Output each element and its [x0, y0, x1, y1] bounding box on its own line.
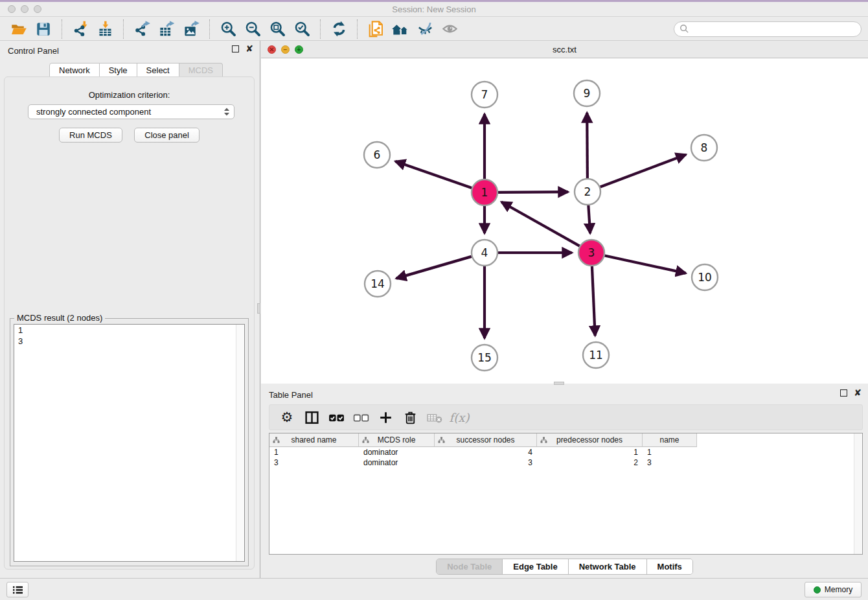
network-canvas[interactable]: 7968124314101511	[261, 58, 868, 384]
float-panel-icon[interactable]	[232, 45, 239, 52]
export-image-button[interactable]	[181, 19, 201, 39]
graph-node-9[interactable]: 9	[574, 80, 600, 106]
search-input[interactable]	[692, 24, 856, 34]
zoom-out-button[interactable]	[243, 19, 262, 39]
graph-edge-3-1[interactable]	[501, 202, 580, 246]
network-graph[interactable]: 7968124314101511	[261, 58, 868, 384]
graph-node-14[interactable]: 14	[365, 271, 391, 297]
graph-node-8[interactable]: 8	[691, 135, 717, 161]
tab-style[interactable]: Style	[100, 63, 137, 77]
column-header-shared-name[interactable]: shared name	[269, 433, 359, 447]
result-scrollbar[interactable]	[236, 325, 244, 561]
table-cell[interactable]: dominator	[359, 447, 435, 457]
result-item: 3	[14, 336, 244, 347]
graph-edge-3-10[interactable]	[605, 255, 686, 273]
optimization-criterion-select[interactable]: strongly connected component	[28, 104, 234, 119]
show-all-button[interactable]	[440, 19, 459, 39]
svg-text:2: 2	[584, 185, 591, 198]
optimization-criterion-label: Optimization criterion:	[5, 90, 254, 100]
delete-table-button[interactable]	[424, 407, 446, 428]
graph-node-6[interactable]: 6	[364, 142, 390, 168]
table-row[interactable]: 3dominator323	[269, 457, 862, 468]
tab-node-table[interactable]: Node Table	[437, 559, 502, 574]
graph-node-3[interactable]: 3	[578, 240, 604, 266]
graph-node-4[interactable]: 4	[472, 240, 497, 266]
fx-icon: f(x)	[450, 411, 470, 424]
panel-menu-button[interactable]	[6, 582, 29, 597]
table-cell[interactable]: 1	[269, 447, 359, 457]
column-header-name[interactable]: name	[643, 433, 697, 447]
column-header-predecessor-nodes[interactable]: predecessor nodes	[537, 433, 643, 447]
document-network-icon	[367, 20, 385, 38]
export-network-button[interactable]	[132, 19, 152, 39]
graph-edge-1-2[interactable]	[498, 192, 568, 192]
select-all-button[interactable]	[325, 407, 347, 428]
table-cell[interactable]: 3	[435, 457, 537, 468]
tab-network-table[interactable]: Network Table	[568, 559, 646, 574]
graph-edge-3-11[interactable]	[592, 266, 595, 336]
graph-edge-2-8[interactable]	[600, 155, 686, 187]
first-neighbors-button[interactable]	[391, 19, 410, 39]
table-cell[interactable]: 3	[269, 457, 359, 468]
table-cell[interactable]: 3	[643, 457, 697, 468]
table-cell[interactable]: 2	[537, 457, 643, 468]
close-panel-button[interactable]: Close panel	[134, 128, 200, 143]
graph-edge-2-3[interactable]	[588, 205, 590, 233]
graph-node-2[interactable]: 2	[575, 179, 600, 205]
graph-node-1[interactable]: 1	[472, 179, 497, 205]
graph-edge-2-9[interactable]	[587, 113, 588, 178]
column-header-MCDS-role[interactable]: MCDS role	[359, 433, 435, 447]
graph-node-11[interactable]: 11	[583, 342, 609, 368]
table-row[interactable]: 1dominator411	[269, 447, 862, 457]
run-mcds-button[interactable]: Run MCDS	[59, 128, 122, 143]
toolbar-separator	[123, 19, 124, 39]
tab-select[interactable]: Select	[137, 63, 179, 77]
column-label: predecessor nodes	[556, 435, 622, 444]
zoom-fit-button[interactable]	[268, 19, 287, 39]
zoom-in-button[interactable]	[218, 19, 238, 39]
graph-node-10[interactable]: 10	[692, 264, 718, 290]
table-settings-button[interactable]: ⚙	[276, 407, 298, 428]
vertical-splitter-handle[interactable]	[257, 303, 260, 314]
tab-mcds[interactable]: MCDS	[179, 63, 223, 77]
table-cell[interactable]: 4	[435, 447, 537, 457]
memory-button[interactable]: Memory	[805, 582, 862, 597]
selected-option: strongly connected component	[36, 107, 223, 117]
deselect-all-button[interactable]	[350, 407, 372, 428]
save-session-button[interactable]	[34, 19, 53, 39]
create-column-button[interactable]	[374, 407, 396, 428]
node-table[interactable]: shared nameMCDS rolesuccessor nodesprede…	[269, 433, 863, 555]
graph-node-15[interactable]: 15	[472, 345, 497, 371]
column-header-successor-nodes[interactable]: successor nodes	[435, 433, 537, 447]
hide-selected-button[interactable]	[415, 19, 435, 39]
tab-network[interactable]: Network	[49, 63, 100, 77]
graph-edge-1-6[interactable]	[395, 161, 472, 188]
table-cell[interactable]: 1	[537, 447, 643, 457]
delete-column-button[interactable]	[399, 407, 421, 428]
search-field[interactable]	[674, 21, 862, 37]
apply-layout-button[interactable]	[329, 19, 348, 39]
new-network-from-selection-button[interactable]	[366, 19, 385, 39]
table-scrollbar[interactable]	[854, 433, 862, 554]
mcds-result-list[interactable]: 13	[14, 324, 245, 562]
toggle-panes-button[interactable]	[301, 407, 323, 428]
table-cell[interactable]: 1	[643, 447, 697, 457]
tab-edge-table[interactable]: Edge Table	[502, 559, 567, 574]
close-panel-icon[interactable]: ✘	[854, 389, 862, 397]
import-network-button[interactable]	[71, 19, 90, 39]
column-tree-icon	[438, 437, 445, 446]
tab-motifs[interactable]: Motifs	[646, 559, 692, 574]
export-image-icon	[183, 20, 200, 38]
node-table-body: 1dominator4113dominator323	[269, 447, 862, 468]
graph-node-7[interactable]: 7	[472, 82, 497, 108]
zoom-selected-button[interactable]	[292, 19, 312, 39]
graph-edge-4-14[interactable]	[396, 257, 472, 279]
function-builder-button[interactable]: f(x)	[448, 407, 470, 428]
unchecked-boxes-icon	[352, 410, 370, 426]
open-session-button[interactable]	[9, 19, 29, 39]
float-panel-icon[interactable]	[840, 389, 847, 397]
close-panel-icon[interactable]: ✘	[246, 45, 253, 52]
export-table-button[interactable]	[157, 19, 176, 39]
import-table-button[interactable]	[95, 19, 115, 39]
table-cell[interactable]: dominator	[359, 457, 435, 468]
